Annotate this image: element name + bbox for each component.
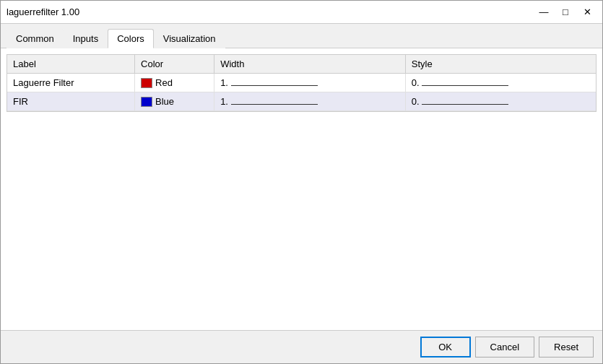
colors-table-container: Label Color Width Style Laguerre FilterR… <box>6 54 597 112</box>
cell-width[interactable]: 1. <box>214 92 406 111</box>
window-title: laguerrefilter 1.00 <box>6 6 79 17</box>
main-window: laguerrefilter 1.00 — □ ✕ Common Inputs … <box>0 0 603 364</box>
tab-common[interactable]: Common <box>6 29 64 48</box>
color-swatch <box>141 97 152 107</box>
tab-content: Label Color Width Style Laguerre FilterR… <box>1 48 602 330</box>
width-value: 1. <box>220 77 228 88</box>
style-value: 0. <box>412 96 420 107</box>
reset-button[interactable]: Reset <box>539 337 594 358</box>
minimize-button[interactable]: — <box>534 5 553 20</box>
style-value: 0. <box>412 77 420 88</box>
tab-bar: Common Inputs Colors Visualization <box>1 24 602 48</box>
width-line-sample <box>231 85 318 86</box>
col-header-label: Label <box>7 55 135 74</box>
table-header-row: Label Color Width Style <box>7 55 596 74</box>
color-name: Blue <box>155 96 174 107</box>
col-header-width: Width <box>214 55 406 74</box>
table-row[interactable]: FIRBlue1. 0. <box>7 92 596 111</box>
cell-style[interactable]: 0. <box>405 92 596 111</box>
maximize-button[interactable]: □ <box>556 5 575 20</box>
ok-button[interactable]: OK <box>420 337 471 358</box>
tab-visualization[interactable]: Visualization <box>154 29 225 48</box>
cell-label: FIR <box>7 92 135 111</box>
close-button[interactable]: ✕ <box>578 5 597 20</box>
tab-inputs[interactable]: Inputs <box>64 29 108 48</box>
style-line-sample <box>422 104 508 105</box>
color-name: Red <box>155 77 173 88</box>
tab-colors[interactable]: Colors <box>108 29 154 48</box>
width-line-sample <box>231 104 318 105</box>
cancel-button[interactable]: Cancel <box>475 337 534 358</box>
cell-color[interactable]: Red <box>135 74 214 92</box>
cell-width[interactable]: 1. <box>214 74 406 92</box>
color-swatch <box>141 78 152 88</box>
window-controls: — □ ✕ <box>534 5 597 20</box>
style-line-sample <box>422 85 508 86</box>
colors-table: Label Color Width Style Laguerre FilterR… <box>7 55 596 111</box>
col-header-color: Color <box>135 55 214 74</box>
footer: OK Cancel Reset <box>1 330 602 363</box>
table-row[interactable]: Laguerre FilterRed1. 0. <box>7 74 596 92</box>
cell-style[interactable]: 0. <box>405 74 596 92</box>
col-header-style: Style <box>405 55 596 74</box>
titlebar: laguerrefilter 1.00 — □ ✕ <box>1 1 602 24</box>
width-value: 1. <box>220 96 228 107</box>
cell-label: Laguerre Filter <box>7 74 135 92</box>
cell-color[interactable]: Blue <box>135 92 214 111</box>
